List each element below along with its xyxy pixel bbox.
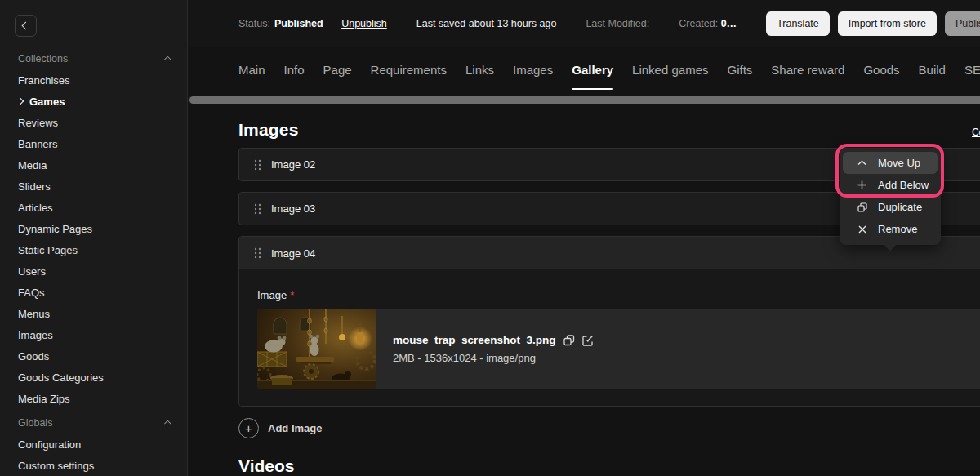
sidebar-item-faqs[interactable]: FAQs	[0, 282, 187, 303]
sidebar-item-users[interactable]: Users	[0, 260, 187, 282]
last-saved-text: Last saved about 13 hours ago	[416, 18, 557, 29]
tab-build[interactable]: Build	[919, 47, 946, 92]
chevron-up-icon	[856, 160, 868, 166]
plus-icon: +	[245, 422, 252, 434]
horizontal-scrollbar[interactable]	[188, 96, 980, 104]
sidebar-item-menus[interactable]: Menus	[0, 303, 187, 324]
sidebar-section-label: Collections	[18, 53, 68, 65]
sidebar-item-label: Games	[29, 96, 65, 108]
edit-icon	[582, 335, 594, 346]
translate-button[interactable]: Translate	[766, 11, 830, 36]
sidebar-item-label: Sliders	[18, 180, 51, 193]
tab-main[interactable]: Main	[238, 47, 265, 92]
created-value: 0…	[721, 18, 737, 29]
accordion-row-label: Image 02	[271, 158, 315, 171]
tab-gallery[interactable]: Gallery	[572, 47, 613, 92]
accordion-panel-image-04: Image 04 Image*	[238, 236, 980, 407]
publish-changes-button[interactable]: Publish changes	[945, 11, 980, 36]
x-icon	[856, 225, 868, 234]
tab-linked-games[interactable]: Linked games	[632, 47, 708, 92]
sidebar-item-static-pages[interactable]: Static Pages	[0, 239, 187, 260]
sidebar-collapse-button[interactable]	[15, 15, 37, 37]
tab-requirements[interactable]: Requirements	[371, 47, 447, 92]
tab-info[interactable]: Info	[284, 47, 305, 92]
drag-handle-icon[interactable]	[254, 247, 261, 259]
app-window: CollectionsFranchisesGamesReviewsBanners…	[0, 0, 980, 476]
accordion-row-label: Image 04	[271, 247, 315, 260]
videos-section-title: Videos	[238, 456, 980, 476]
tab-page[interactable]: Page	[323, 47, 352, 92]
menu-item-move-up[interactable]: Move Up	[843, 152, 938, 174]
menu-item-label: Move Up	[878, 157, 920, 169]
sidebar-item-goods[interactable]: Goods	[0, 345, 187, 367]
chevron-up-icon	[164, 56, 171, 62]
add-image-label[interactable]: Add Image	[268, 422, 322, 434]
sidebar-item-banners[interactable]: Banners	[0, 133, 187, 154]
section-links: Collapse All Show All	[972, 127, 980, 140]
sidebar: CollectionsFranchisesGamesReviewsBanners…	[0, 0, 188, 476]
sidebar-item-images[interactable]: Images	[0, 324, 187, 345]
sidebar-section-globals[interactable]: Globals	[0, 412, 187, 434]
menu-item-duplicate[interactable]: Duplicate	[843, 196, 938, 218]
sidebar-item-media[interactable]: Media	[0, 154, 187, 176]
sidebar-item-label: Reviews	[18, 117, 58, 129]
sidebar-item-label: Static Pages	[18, 244, 78, 256]
status-group: Status: Published — Unpublish	[238, 18, 387, 29]
sidebar-item-configuration[interactable]: Configuration	[0, 434, 187, 455]
sidebar-item-sliders[interactable]: Sliders	[0, 176, 187, 197]
sidebar-item-label: Goods Categories	[18, 371, 104, 384]
status-label: Status:	[238, 18, 270, 29]
menu-item-add-below[interactable]: Add Below	[843, 174, 938, 196]
accordion-body-image-04: Image*	[239, 269, 980, 406]
tab-links[interactable]: Links	[466, 47, 494, 92]
images-section-title: Images	[238, 120, 299, 140]
sidebar-item-articles[interactable]: Articles	[0, 197, 187, 218]
menu-item-remove[interactable]: Remove	[843, 218, 938, 240]
tab-share-reward[interactable]: Share reward	[771, 47, 844, 92]
add-image-button[interactable]: +	[238, 418, 259, 438]
tab-gifts[interactable]: Gifts	[728, 47, 753, 92]
menu-item-label: Add Below	[878, 179, 929, 191]
image-field-label: Image*	[257, 289, 980, 301]
sidebar-item-franchises[interactable]: Franchises	[0, 69, 187, 91]
created-label: Created:	[679, 18, 718, 29]
image-thumbnail[interactable]	[257, 309, 376, 389]
sidebar-item-label: Banners	[18, 138, 57, 150]
sidebar-item-custom-settings[interactable]: Custom settings	[0, 455, 187, 476]
status-value: Published	[274, 18, 323, 29]
sidebar-item-reviews[interactable]: Reviews	[0, 112, 187, 133]
scrollbar-thumb[interactable]	[189, 96, 980, 104]
sidebar-item-label: Franchises	[18, 74, 70, 87]
sidebar-item-label: FAQs	[18, 287, 45, 299]
copy-filename-button[interactable]	[564, 335, 575, 346]
chevron-left-icon	[22, 22, 30, 30]
drag-handle-icon[interactable]	[254, 159, 261, 171]
tab-bar: MainInfoPageRequirementsLinksImagesGalle…	[188, 47, 980, 92]
sidebar-item-label: Images	[18, 329, 53, 341]
sidebar-item-media-zips[interactable]: Media Zips	[0, 388, 187, 409]
chevron-up-icon	[164, 420, 171, 426]
tab-goods[interactable]: Goods	[863, 47, 899, 92]
images-section-head: Images Collapse All Show All	[238, 120, 980, 140]
sidebar-section-collections[interactable]: Collections	[0, 48, 187, 69]
status-dash: —	[327, 18, 338, 29]
collapse-all-link[interactable]: Collapse All	[972, 127, 980, 138]
sidebar-item-label: Media	[18, 159, 47, 171]
sidebar-item-label: Menus	[18, 308, 50, 320]
sidebar-item-label: Articles	[18, 202, 53, 214]
sidebar-item-dynamic-pages[interactable]: Dynamic Pages	[0, 218, 187, 239]
menu-caret	[884, 244, 897, 251]
sidebar-section-label: Globals	[18, 417, 52, 429]
required-asterisk: *	[290, 289, 294, 301]
drag-handle-icon[interactable]	[254, 203, 261, 215]
sidebar-item-goods-categories[interactable]: Goods Categories	[0, 367, 187, 388]
sidebar-item-label: Goods	[18, 350, 49, 363]
edit-filename-button[interactable]	[582, 335, 594, 346]
topbar: Status: Published — Unpublish Last saved…	[188, 0, 980, 47]
unpublish-link[interactable]: Unpublish	[341, 18, 387, 29]
tab-se[interactable]: SE	[964, 47, 980, 92]
chevron-right-icon	[17, 98, 24, 105]
sidebar-item-games[interactable]: Games	[0, 91, 187, 112]
import-from-store-button[interactable]: Import from store	[838, 11, 937, 36]
tab-images[interactable]: Images	[513, 47, 553, 92]
